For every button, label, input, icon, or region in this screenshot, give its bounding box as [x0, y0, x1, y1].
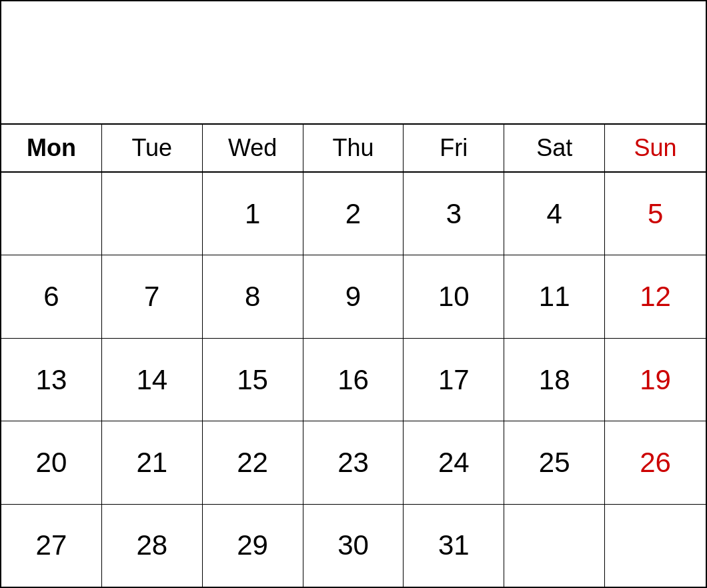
day-cell: 21: [102, 421, 203, 503]
day-cell: 15: [203, 339, 303, 421]
week-row-2: 6789101112: [1, 255, 706, 338]
day-cell: 5: [605, 173, 706, 255]
day-cell: [605, 505, 706, 587]
day-cell: 24: [404, 421, 504, 503]
day-cell: 14: [102, 339, 203, 421]
calendar-grid: MonTueWedThuFriSatSun 123456789101112131…: [1, 125, 706, 587]
day-header-tue: Tue: [102, 125, 203, 171]
week-row-3: 13141516171819: [1, 339, 706, 421]
day-cell: 20: [1, 421, 102, 503]
day-cell: [1, 173, 102, 255]
week-row-1: 12345: [1, 173, 706, 255]
day-cell: 12: [605, 255, 706, 337]
day-cell: 13: [1, 339, 102, 421]
day-cell: 6: [1, 255, 102, 337]
day-header-thu: Thu: [303, 125, 404, 171]
day-cell: 18: [504, 339, 605, 421]
day-cell: 3: [404, 173, 504, 255]
day-cell: [504, 505, 605, 587]
day-header-sun: Sun: [605, 125, 706, 171]
calendar-header: [1, 1, 706, 125]
day-cell: 19: [605, 339, 706, 421]
day-header-fri: Fri: [404, 125, 504, 171]
day-cell: 16: [303, 339, 404, 421]
week-row-5: 2728293031: [1, 505, 706, 587]
day-cell: 31: [404, 505, 504, 587]
day-cell: [102, 173, 203, 255]
day-headers-row: MonTueWedThuFriSatSun: [1, 125, 706, 173]
day-cell: 30: [303, 505, 404, 587]
calendar: MonTueWedThuFriSatSun 123456789101112131…: [0, 0, 707, 588]
day-cell: 1: [203, 173, 303, 255]
day-cell: 23: [303, 421, 404, 503]
day-cell: 28: [102, 505, 203, 587]
day-cell: 4: [504, 173, 605, 255]
day-cell: 9: [303, 255, 404, 337]
day-cell: 7: [102, 255, 203, 337]
day-cell: 17: [404, 339, 504, 421]
week-row-4: 20212223242526: [1, 421, 706, 504]
day-cell: 22: [203, 421, 303, 503]
weeks-container: 1234567891011121314151617181920212223242…: [1, 173, 706, 587]
day-cell: 29: [203, 505, 303, 587]
day-cell: 2: [303, 173, 404, 255]
day-header-wed: Wed: [203, 125, 303, 171]
day-cell: 27: [1, 505, 102, 587]
day-cell: 8: [203, 255, 303, 337]
day-cell: 25: [504, 421, 605, 503]
day-cell: 26: [605, 421, 706, 503]
day-cell: 11: [504, 255, 605, 337]
day-header-mon: Mon: [1, 125, 102, 171]
day-header-sat: Sat: [504, 125, 605, 171]
calendar-title: [318, 17, 389, 109]
day-cell: 10: [404, 255, 504, 337]
